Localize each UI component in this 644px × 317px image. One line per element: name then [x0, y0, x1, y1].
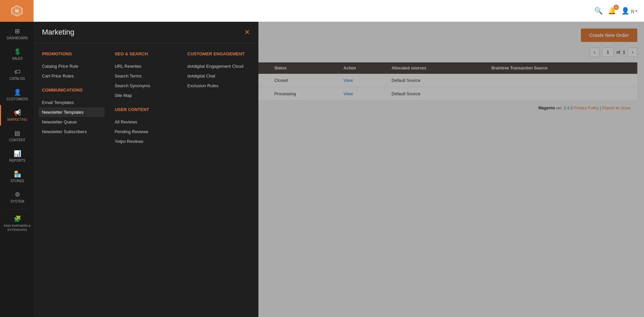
sales-icon: 💲 — [14, 48, 21, 55]
menu-item-exclusion-rules[interactable]: Exclusion Rules — [187, 81, 250, 91]
sidebar-item-dashboard[interactable]: ⊞ DASHBOARD — [0, 23, 34, 44]
menu-item-site-map[interactable]: Site Map — [115, 91, 178, 100]
menu-item-search-synonyms[interactable]: Search Synonyms — [115, 81, 178, 91]
find-icon: 🧩 — [14, 215, 21, 223]
user-avatar-icon: 👤 — [621, 7, 630, 15]
sidebar-item-system[interactable]: ⚙ SYSTEM — [0, 187, 34, 207]
menu-item-dotdigital-chat[interactable]: dotdigital Chat — [187, 71, 250, 81]
menu-item-search-terms[interactable]: Search Terms — [115, 71, 178, 81]
sidebar-logo[interactable]: M 2 — [0, 0, 34, 22]
dashboard-icon: ⊞ — [15, 28, 20, 35]
menu-item-newsletter-templates[interactable]: Newsletter Templates — [39, 107, 105, 117]
user-menu-button[interactable]: 👤 jq ▾ — [621, 7, 637, 15]
menu-item-email-templates[interactable]: Email Templates — [42, 98, 105, 107]
menu-column-2: SEO & Search URL Rewrites Search Terms S… — [115, 51, 178, 317]
sidebar-divider — [5, 209, 29, 209]
marketing-menu-header: Marketing ✕ — [34, 22, 258, 43]
user-content-section: User Content All Reviews Pending Reviews… — [115, 107, 178, 146]
sidebar-item-find-partners[interactable]: 🧩 FIND PARTNERS & EXTENSIONS — [0, 211, 34, 236]
sidebar-item-catalog[interactable]: 🏷 CATALOG — [0, 64, 34, 85]
promotions-section: Promotions Catalog Price Rule Cart Price… — [42, 51, 105, 81]
catalog-icon: 🏷 — [14, 68, 20, 75]
user-caret-icon: ▾ — [636, 9, 637, 13]
customer-engagement-title: Customer Engagement — [187, 51, 250, 56]
sidebar-item-marketing[interactable]: 📢 MARKETING — [0, 105, 34, 125]
marketing-menu-content: Promotions Catalog Price Rule Cart Price… — [34, 43, 258, 317]
sidebar-item-sales[interactable]: 💲 SALES — [0, 44, 34, 64]
notification-badge: 4 — [613, 5, 619, 10]
notifications-button[interactable]: 🔔 4 — [608, 7, 616, 15]
system-icon: ⚙ — [15, 191, 20, 198]
stores-icon: 🏪 — [14, 170, 21, 178]
menu-item-newsletter-queue[interactable]: Newsletter Queue — [42, 117, 105, 127]
sidebar: M 2 ⊞ DASHBOARD 💲 SALES 🏷 CATALOG 👤 CUST… — [0, 0, 34, 317]
menu-item-yotpo-reviews[interactable]: Yotpo Reviews — [115, 137, 178, 146]
user-content-title: User Content — [115, 107, 178, 112]
menu-column-3: Customer Engagement dotdigital Engagemen… — [187, 51, 250, 317]
sidebar-item-stores[interactable]: 🏪 STORES — [0, 166, 34, 187]
reports-icon: 📊 — [14, 150, 21, 157]
menu-column-1: Promotions Catalog Price Rule Cart Price… — [42, 51, 105, 317]
promotions-title: Promotions — [42, 51, 105, 56]
menu-item-dotdigital-cloud[interactable]: dotdigital Engagement Cloud — [187, 61, 250, 71]
marketing-menu-title: Marketing — [42, 28, 75, 37]
top-header: 🔍 🔔 4 👤 jq ▾ — [34, 0, 644, 22]
sidebar-item-customers[interactable]: 👤 CUSTOMERS — [0, 85, 34, 105]
user-label: jq — [631, 8, 634, 13]
menu-item-url-rewrites[interactable]: URL Rewrites — [115, 61, 178, 71]
marketing-menu: Marketing ✕ Promotions Catalog Price Rul… — [34, 22, 258, 317]
sidebar-item-content[interactable]: ▤ CONTENT — [0, 125, 34, 146]
communications-title: Communications — [42, 88, 105, 93]
menu-item-newsletter-subscribers[interactable]: Newsletter Subscribers — [42, 127, 105, 137]
marketing-menu-close-button[interactable]: ✕ — [244, 28, 250, 36]
right-content: 🔍 🔔 4 👤 jq ▾ Create New Order ▼ Filters … — [34, 0, 644, 317]
svg-text:M: M — [15, 9, 19, 13]
menu-item-cart-price-rules[interactable]: Cart Price Rules — [42, 71, 105, 81]
seo-search-section: SEO & Search URL Rewrites Search Terms S… — [115, 51, 178, 100]
customer-engagement-section: Customer Engagement dotdigital Engagemen… — [187, 51, 250, 91]
menu-item-all-reviews[interactable]: All Reviews — [115, 117, 178, 127]
seo-search-title: SEO & Search — [115, 51, 178, 56]
menu-item-pending-reviews[interactable]: Pending Reviews — [115, 127, 178, 137]
sidebar-item-reports[interactable]: 📊 REPORTS — [0, 146, 34, 166]
search-button[interactable]: 🔍 — [594, 7, 603, 15]
content-icon: ▤ — [14, 129, 20, 137]
customers-icon: 👤 — [14, 89, 21, 96]
communications-section: Communications Email Templates Newslette… — [42, 88, 105, 137]
marketing-icon: 📢 — [14, 109, 21, 116]
menu-item-catalog-price-rule[interactable]: Catalog Price Rule — [42, 61, 105, 71]
